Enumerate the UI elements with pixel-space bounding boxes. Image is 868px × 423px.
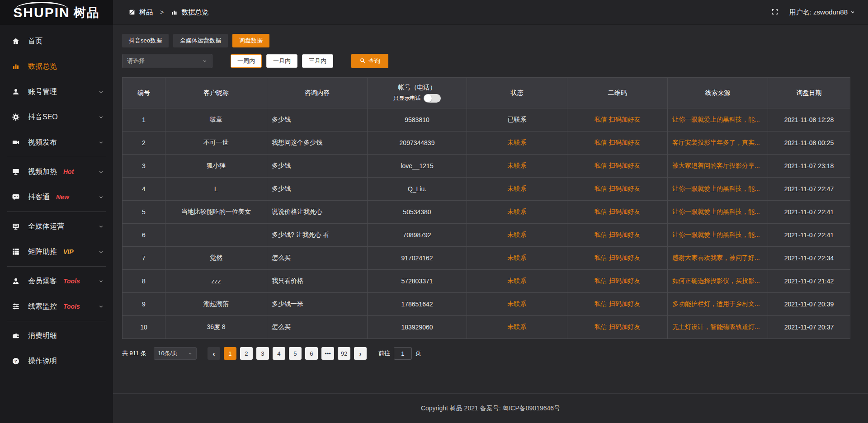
chevron-down-icon bbox=[98, 249, 104, 255]
tab-1[interactable]: 全媒体运营数据 bbox=[173, 34, 228, 47]
table-row: 2不可一世我想问这个多少钱2097344839未联系私信 扫码加好友客厅安装投影… bbox=[123, 132, 850, 155]
svg-text:?: ? bbox=[14, 358, 17, 363]
cell-content: 多少钱一米 bbox=[267, 293, 368, 316]
sidebar-item-data-overview[interactable]: 数据总览 bbox=[0, 54, 113, 79]
cell-qrcode[interactable]: 私信 扫码加好友 bbox=[567, 132, 668, 155]
sidebar-item-video-heat[interactable]: 视频加热Hot bbox=[0, 159, 113, 184]
cell-content: 我只看价格 bbox=[267, 270, 368, 293]
page-button-6[interactable]: 6 bbox=[305, 347, 318, 360]
cell-account: 572803371 bbox=[368, 270, 467, 293]
table-row: 3狐小狸多少钱love__1215未联系私信 扫码加好友被大家追着问的客厅投影分… bbox=[123, 155, 850, 178]
sidebar-item-douyin-seo[interactable]: 抖音SEO bbox=[0, 104, 113, 130]
page-button-5[interactable]: 5 bbox=[289, 347, 302, 360]
sidebar-item-video-publish[interactable]: 视频发布 bbox=[0, 130, 113, 155]
account-select[interactable]: 请选择 bbox=[122, 54, 212, 68]
username: 用户名: zswodun88 bbox=[789, 8, 848, 17]
cell-date: 2021-11-07 20:39 bbox=[768, 293, 850, 316]
cell-source[interactable]: 让你一眼就爱上的黑科技，能... bbox=[668, 178, 768, 201]
chevron-down-icon bbox=[188, 351, 193, 356]
grid-icon bbox=[12, 248, 21, 256]
cell-source[interactable]: 多功能护栏灯，适用于乡村文... bbox=[668, 293, 768, 316]
tab-0[interactable]: 抖音seo数据 bbox=[122, 34, 169, 47]
cell-source[interactable]: 客厅安装投影半年多了，真实... bbox=[668, 132, 768, 155]
cell-qrcode[interactable]: 私信 扫码加好友 bbox=[567, 201, 668, 224]
logo-text-cn: 树品 bbox=[74, 5, 100, 21]
sidebar-divider bbox=[7, 321, 106, 321]
sidebar-item-operation-guide[interactable]: ?操作说明 bbox=[0, 348, 113, 374]
cell-nickname: 当地比较能吃的一位美女 bbox=[165, 201, 267, 224]
sidebar-item-member-burst[interactable]: 会员爆客Tools bbox=[0, 268, 113, 294]
sidebar-item-badge: VIP bbox=[63, 248, 74, 255]
cell-nickname: 潮起潮落 bbox=[165, 293, 267, 316]
cell-qrcode[interactable]: 私信 扫码加好友 bbox=[567, 178, 668, 201]
cell-qrcode[interactable]: 私信 扫码加好友 bbox=[567, 293, 668, 316]
cell-nickname: 觉然 bbox=[165, 247, 267, 270]
table-row: 1啵章多少钱9583810已联系私信 扫码加好友让你一眼就爱上的黑科技，能...… bbox=[123, 108, 850, 132]
fullscreen-icon[interactable] bbox=[771, 8, 778, 17]
page-size-value: 10条/页 bbox=[158, 349, 178, 357]
cell-source[interactable]: 无主灯设计，智能磁吸轨道灯... bbox=[668, 316, 768, 339]
cell-qrcode[interactable]: 私信 扫码加好友 bbox=[567, 316, 668, 339]
chevron-down-icon bbox=[98, 304, 104, 310]
cell-content: 怎么买 bbox=[267, 247, 368, 270]
page-size-select[interactable]: 10条/页 bbox=[154, 347, 197, 360]
goto-page-input[interactable] bbox=[394, 347, 412, 360]
table-row: 8zzz我只看价格572803371未联系私信 扫码加好友如何正确选择投影仪，买… bbox=[123, 270, 850, 293]
sidebar-item-label: 首页 bbox=[28, 37, 42, 46]
chevron-down-icon bbox=[202, 58, 208, 64]
cell-account: 50534380 bbox=[368, 201, 467, 224]
user-menu[interactable]: 用户名: zswodun88 bbox=[789, 8, 855, 17]
goto-label: 前往 bbox=[378, 349, 390, 357]
page-ellipsis-button[interactable]: ••• bbox=[321, 347, 334, 360]
sidebar-item-consume-detail[interactable]: 消费明细 bbox=[0, 323, 113, 348]
sidebar-item-label: 线索监控 bbox=[28, 302, 57, 311]
prev-page-button[interactable]: ‹ bbox=[208, 347, 220, 360]
filter-bar: 请选择 一周内一月内三月内 查询 bbox=[122, 54, 850, 68]
inquiry-table-wrap: 编号 客户昵称 咨询内容 帐号（电话） 只显示电话 bbox=[122, 77, 850, 339]
page-button-4[interactable]: 4 bbox=[273, 347, 285, 360]
sidebar-item-matrix-boost[interactable]: 矩阵助推VIP bbox=[0, 239, 113, 264]
cell-source[interactable]: 让你一眼就爱上的黑科技，能... bbox=[668, 201, 768, 224]
page-button-2[interactable]: 2 bbox=[240, 347, 253, 360]
cell-source[interactable]: 如何正确选择投影仪，买投影... bbox=[668, 270, 768, 293]
sidebar-item-home[interactable]: 首页 bbox=[0, 28, 113, 54]
header-status: 状态 bbox=[467, 78, 567, 108]
cell-qrcode[interactable]: 私信 扫码加好友 bbox=[567, 270, 668, 293]
page-button-1[interactable]: 1 bbox=[224, 347, 236, 360]
sidebar-item-clue-monitor[interactable]: 线索监控Tools bbox=[0, 294, 113, 319]
next-page-button[interactable]: › bbox=[354, 347, 367, 360]
cell-source[interactable]: 让你一眼就爱上的黑科技，能... bbox=[668, 224, 768, 247]
cell-source[interactable]: 感谢大家喜欢我家，被问了好... bbox=[668, 247, 768, 270]
phone-only-toggle[interactable] bbox=[424, 94, 441, 103]
sidebar-item-label: 视频发布 bbox=[28, 138, 57, 147]
cell-account: 9583810 bbox=[368, 108, 467, 132]
query-button[interactable]: 查询 bbox=[351, 54, 388, 68]
sidebar-item-account-manage[interactable]: 账号管理 bbox=[0, 79, 113, 104]
breadcrumb-root[interactable]: 树品 bbox=[139, 8, 153, 17]
period-button-2[interactable]: 三月内 bbox=[302, 54, 333, 68]
sidebar-item-label: 数据总览 bbox=[28, 62, 57, 71]
page-button-3[interactable]: 3 bbox=[256, 347, 269, 360]
cell-account: 70898792 bbox=[368, 224, 467, 247]
cell-qrcode[interactable]: 私信 扫码加好友 bbox=[567, 224, 668, 247]
cell-no: 8 bbox=[123, 270, 165, 293]
sidebar-menu: 首页数据总览账号管理抖音SEO视频发布视频加热Hot抖客通New全媒体运营矩阵助… bbox=[0, 25, 113, 374]
tab-2[interactable]: 询盘数据 bbox=[232, 34, 269, 47]
header-nickname: 客户昵称 bbox=[165, 78, 267, 108]
period-button-0[interactable]: 一周内 bbox=[231, 54, 262, 68]
gear-icon bbox=[12, 113, 21, 121]
period-button-1[interactable]: 一月内 bbox=[266, 54, 297, 68]
sidebar-item-douketong[interactable]: 抖客通New bbox=[0, 184, 113, 210]
cell-source[interactable]: 被大家追着问的客厅投影分享... bbox=[668, 155, 768, 178]
cell-qrcode[interactable]: 私信 扫码加好友 bbox=[567, 155, 668, 178]
topbar: 树品 > 数据总览 用户名: zswodun88 bbox=[113, 0, 868, 25]
cell-qrcode[interactable]: 私信 扫码加好友 bbox=[567, 108, 668, 132]
sidebar-item-media-operation[interactable]: 全媒体运营 bbox=[0, 214, 113, 239]
cell-source[interactable]: 让你一眼就爱上的黑科技，能... bbox=[668, 108, 768, 132]
page-button-92[interactable]: 92 bbox=[338, 347, 350, 360]
table-row: 7觉然怎么买917024162未联系私信 扫码加好友感谢大家喜欢我家，被问了好.… bbox=[123, 247, 850, 270]
cell-status: 未联系 bbox=[467, 201, 567, 224]
cell-qrcode[interactable]: 私信 扫码加好友 bbox=[567, 247, 668, 270]
cell-nickname: L bbox=[165, 178, 267, 201]
cell-date: 2021-11-07 22:47 bbox=[768, 178, 850, 201]
